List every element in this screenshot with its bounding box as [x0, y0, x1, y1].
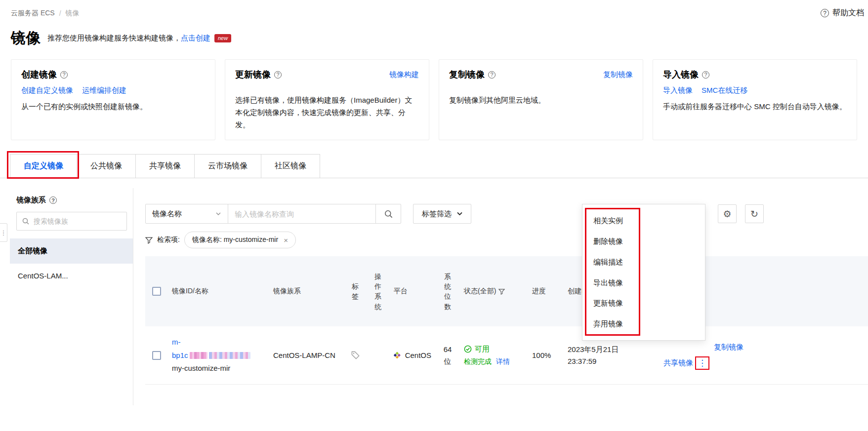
image-id-link[interactable]: m- — [172, 338, 181, 346]
applied-filters-label: 检索项: — [157, 235, 180, 244]
family-item-centos-lamp[interactable]: CentOS-LAM... — [10, 264, 133, 288]
create-custom-image-link[interactable]: 创建自定义镜像 — [21, 86, 73, 95]
image-name-search-input[interactable] — [228, 204, 376, 224]
tab-marketplace-images[interactable]: 云市场镜像 — [194, 154, 261, 178]
column-header-tags: 标签 — [351, 281, 360, 302]
progress-value: 100% — [528, 351, 564, 359]
column-header-family: 镜像族系 — [269, 287, 344, 296]
family-item-all-images[interactable]: 全部镜像 — [10, 238, 133, 264]
content-area: 镜像族系 ? 全部镜像 CentOS-LAM... 镜像名称 — [0, 188, 868, 405]
tag-icon[interactable] — [351, 351, 360, 360]
refresh-button[interactable]: ↻ — [745, 204, 764, 223]
card-title: 导入镜像 — [663, 69, 699, 80]
column-header-id-name: 镜像ID/名称 — [168, 287, 269, 296]
breadcrumb-current: 镜像 — [66, 9, 80, 18]
image-family-value: CentOS-LAMP-CN — [269, 351, 344, 359]
help-doc-label: 帮助文档 — [832, 8, 864, 18]
family-search-box — [16, 212, 127, 231]
create-now-link[interactable]: 点击创建 — [181, 34, 210, 43]
search-icon — [22, 217, 30, 225]
applied-filter-tag: 镜像名称: my-customize-mir × — [184, 232, 296, 248]
import-image-link[interactable]: 导入镜像 — [663, 86, 693, 95]
column-header-progress: 进度 — [528, 287, 564, 296]
close-icon[interactable]: × — [284, 236, 288, 244]
more-vertical-icon: ⋮ — [0, 229, 7, 236]
status-filter-funnel-icon[interactable] — [498, 288, 505, 295]
oos-create-link[interactable]: 运维编排创建 — [82, 86, 126, 95]
page-subtitle: 推荐您使用镜像构建服务快速构建镜像， — [47, 34, 181, 43]
family-search-input[interactable] — [34, 217, 122, 225]
menu-item-deprecate-image[interactable]: 弃用镜像 — [582, 313, 705, 334]
search-icon — [384, 209, 393, 219]
search-field-value: 镜像名称 — [152, 209, 182, 219]
breadcrumb-separator: / — [59, 9, 61, 17]
column-header-os: 操作系统 — [374, 272, 382, 312]
more-actions-icon[interactable]: ⋮ — [697, 359, 708, 367]
chevron-down-icon — [215, 211, 221, 217]
image-id-link[interactable]: bp1c — [172, 351, 188, 359]
column-header-platform: 平台 — [390, 287, 435, 296]
images-table: 镜像ID/名称 镜像族系 标签 操作系统 平台 系统位数 状态(全部) 进度 创… — [145, 256, 868, 385]
tab-public-images[interactable]: 公共镜像 — [77, 154, 136, 178]
card-description: 复制镜像到其他阿里云地域。 — [449, 94, 633, 107]
help-circle-icon[interactable]: ? — [488, 71, 496, 78]
image-type-tabs: 自定义镜像 公共镜像 共享镜像 云市场镜像 社区镜像 — [0, 154, 868, 178]
image-name: my-customize-mir — [172, 362, 265, 375]
settings-button[interactable]: ⚙ — [718, 204, 737, 223]
ecs-images-page: 云服务器 ECS / 镜像 ? 帮助文档 镜像 推荐您使用镜像构建服务快速构建镜… — [0, 0, 868, 431]
centos-logo-icon — [394, 349, 401, 361]
tag-filter-button[interactable]: 标签筛选 — [413, 204, 471, 224]
help-circle-icon[interactable]: ? — [60, 71, 68, 78]
tab-custom-images[interactable]: 自定义镜像 — [10, 154, 77, 178]
filter-row: 镜像名称 标签筛选 ⚙ ↻ — [145, 204, 868, 224]
refresh-icon: ↻ — [750, 208, 758, 220]
search-button[interactable] — [375, 204, 401, 224]
copy-image-link[interactable]: 复制镜像 — [603, 70, 633, 79]
card-import-image: 导入镜像 ? 导入镜像 SMC在线迁移 手动或前往服务器迁移中心 SMC 控制台… — [653, 59, 857, 140]
row-checkbox[interactable] — [152, 351, 161, 360]
card-title: 复制镜像 — [449, 69, 485, 80]
bits-value: 64 — [439, 344, 456, 355]
more-vertical-icon: ⋮ — [698, 358, 706, 368]
help-doc-link[interactable]: ? 帮助文档 — [821, 8, 864, 18]
tab-community-images[interactable]: 社区镜像 — [261, 154, 320, 178]
platform-value: CentOS — [405, 351, 431, 359]
gear-icon: ⚙ — [723, 208, 731, 220]
copy-image-action-link[interactable]: 复制镜像 — [714, 343, 744, 352]
column-header-bits: 系统位数 — [444, 272, 452, 312]
table-tool-buttons: ⚙ ↻ — [718, 204, 764, 223]
select-all-checkbox[interactable] — [152, 287, 161, 296]
help-circle-icon[interactable]: ? — [49, 196, 57, 204]
menu-item-export-image[interactable]: 导出镜像 — [582, 273, 705, 293]
table-row: m- bp1c my-customize-mir CentOS-LAMP-CN — [145, 326, 868, 385]
card-copy-image: 复制镜像 ? 复制镜像 复制镜像到其他阿里云地域。 — [439, 59, 643, 140]
card-title: 更新镜像 — [235, 69, 271, 80]
sidebar-collapse-handle[interactable]: ⋮ — [0, 223, 7, 242]
status-detail-text: 检测完成 — [464, 357, 492, 366]
help-circle-icon[interactable]: ? — [274, 71, 282, 78]
menu-item-delete-image[interactable]: 删除镜像 — [582, 231, 705, 252]
search-field-select[interactable]: 镜像名称 — [145, 204, 228, 224]
redacted-text — [190, 352, 207, 359]
breadcrumb-root[interactable]: 云服务器 ECS — [11, 9, 55, 18]
help-circle-icon[interactable]: ? — [702, 71, 709, 78]
tab-shared-images[interactable]: 共享镜像 — [135, 154, 195, 178]
redacted-text — [209, 352, 250, 359]
status-detail-link[interactable]: 详情 — [496, 357, 510, 366]
table-header-row: 镜像ID/名称 镜像族系 标签 操作系统 平台 系统位数 状态(全部) 进度 创… — [145, 256, 868, 326]
card-create-image: 创建镜像 ? 创建自定义镜像 运维编排创建 从一个已有的实例或快照创建新镜像。 — [11, 59, 215, 140]
check-circle-icon — [464, 345, 472, 353]
column-header-status: 状态(全部) — [464, 287, 496, 296]
image-builder-link[interactable]: 镜像构建 — [389, 70, 419, 79]
applied-filters-row: 检索项: 镜像名称: my-customize-mir × — [145, 232, 868, 248]
breadcrumb-bar: 云服务器 ECS / 镜像 ? 帮助文档 — [0, 0, 868, 18]
menu-item-update-image[interactable]: 更新镜像 — [582, 293, 705, 313]
menu-item-edit-description[interactable]: 编辑描述 — [582, 252, 705, 273]
status-badge: 可用 — [475, 345, 490, 354]
menu-item-related-instances[interactable]: 相关实例 — [582, 210, 705, 231]
card-description: 从一个已有的实例或快照创建新镜像。 — [21, 101, 205, 113]
smc-migration-link[interactable]: SMC在线迁移 — [702, 86, 747, 95]
share-image-action-link[interactable]: 共享镜像 — [663, 358, 693, 368]
image-family-title: 镜像族系 — [16, 196, 46, 205]
applied-filter-text: 镜像名称: my-customize-mir — [192, 235, 278, 244]
